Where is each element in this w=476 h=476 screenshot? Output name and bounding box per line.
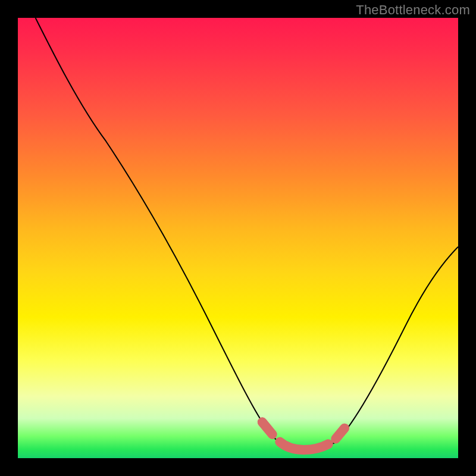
chart-svg [18,18,458,458]
optimal-range-marker-left [262,422,273,434]
bottleneck-curve [36,18,458,450]
optimal-range-marker-right [336,428,345,439]
optimal-range-marker [280,442,328,450]
chart-frame: TheBottleneck.com [0,0,476,476]
watermark-text: TheBottleneck.com [356,2,470,18]
plot-area [18,18,458,458]
